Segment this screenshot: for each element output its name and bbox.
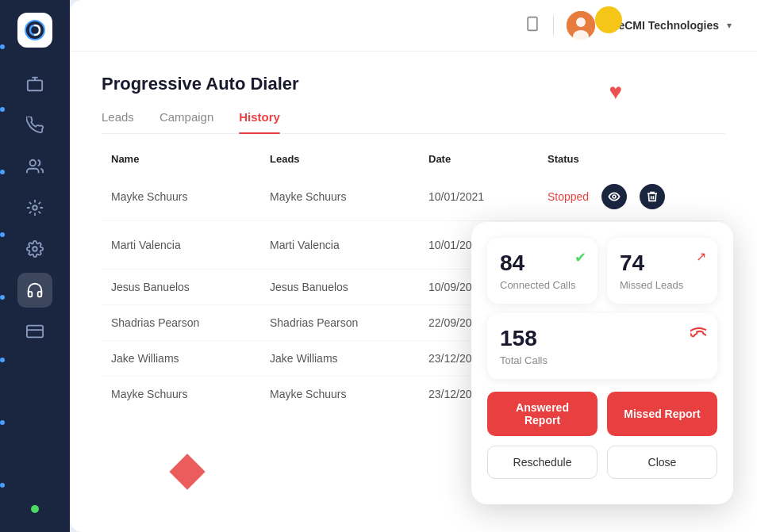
total-calls-label: Total Calls: [500, 354, 705, 366]
col-name: Name: [111, 153, 270, 165]
sidebar-item-integrations[interactable]: [17, 190, 52, 225]
answered-report-button[interactable]: Answered Report: [487, 392, 598, 436]
popup-secondary-buttons: Reschedule Close: [487, 446, 717, 479]
missed-leads-card: 74 Missed Leads ↗: [607, 238, 717, 304]
svg-point-12: [613, 195, 616, 198]
missed-leads-number: 74: [620, 251, 705, 276]
svg-point-10: [576, 17, 586, 27]
popup-stats-grid: 84 Connected Calls ✔ 74 Missed Leads ↗: [487, 238, 717, 304]
cell-name: Shadrias Pearson: [111, 316, 270, 329]
connected-calls-card: 84 Connected Calls ✔: [487, 238, 598, 304]
tab-history[interactable]: History: [239, 110, 280, 133]
cell-name: Mayke Schuurs: [111, 190, 270, 203]
view-button[interactable]: [601, 184, 627, 209]
sidebar-item-phone[interactable]: [17, 108, 52, 143]
yellow-circle-decoration: [595, 6, 622, 33]
cell-name: Jesus Banuelos: [111, 281, 270, 293]
cell-leads: Marti Valencia: [270, 239, 428, 251]
topbar: TeleCMI Technologies ▾: [70, 0, 757, 52]
popup-action-buttons: Answered Report Missed Report: [487, 392, 717, 436]
reschedule-button[interactable]: Reschedule: [487, 446, 598, 479]
logo[interactable]: [17, 13, 52, 48]
svg-point-4: [33, 247, 37, 251]
status-badge: Stopped: [548, 190, 589, 203]
missed-leads-label: Missed Leads: [620, 279, 705, 291]
cell-leads: Mayke Schuurs: [270, 190, 428, 203]
svg-point-3: [33, 205, 37, 210]
sidebar-item-headset[interactable]: [17, 273, 52, 308]
cell-status: Stopped: [548, 184, 716, 209]
cell-name: Marti Valencia: [111, 239, 270, 251]
total-calls-number: 158: [500, 326, 705, 351]
sidebar-nav: [17, 67, 52, 505]
svg-point-0: [25, 21, 44, 40]
tab-leads[interactable]: Leads: [102, 110, 134, 133]
arrow-up-icon: ↗: [696, 249, 706, 264]
svg-rect-7: [528, 17, 537, 31]
page-title: Progressive Auto Dialer: [102, 74, 725, 94]
heart-decoration: ♥: [609, 79, 622, 105]
svg-point-2: [30, 160, 36, 166]
tab-campaign[interactable]: Campaign: [159, 110, 213, 133]
sidebar-item-broadcast[interactable]: [17, 67, 52, 101]
user-menu[interactable]: TeleCMI Technologies ▾: [567, 11, 732, 40]
col-status: Status: [548, 153, 716, 165]
col-leads: Leads: [270, 153, 428, 165]
mobile-icon: [525, 16, 540, 35]
cell-leads: Shadrias Pearson: [270, 316, 428, 329]
tabs: Leads Campaign History: [102, 110, 725, 134]
delete-button[interactable]: [640, 184, 665, 209]
phone-icon: [690, 324, 706, 344]
cell-name: Mayke Schuurs: [111, 388, 270, 400]
close-button[interactable]: Close: [607, 446, 717, 479]
svg-rect-1: [28, 80, 42, 90]
stats-popup: 84 Connected Calls ✔ 74 Missed Leads ↗ 1…: [471, 222, 733, 504]
sidebar-item-settings[interactable]: [17, 232, 52, 266]
connected-calls-number: 84: [500, 251, 585, 276]
sidebar: [0, 0, 70, 532]
total-calls-card: 158 Total Calls: [487, 313, 717, 379]
missed-report-button[interactable]: Missed Report: [607, 392, 717, 436]
table-header: Name Leads Date Status: [102, 153, 725, 173]
cell-leads: Jesus Banuelos: [270, 281, 428, 293]
check-icon: ✔: [574, 249, 586, 266]
sidebar-dots: [0, 0, 6, 532]
chevron-down-icon: ▾: [727, 20, 732, 31]
cell-name: Jake Williams: [111, 352, 270, 365]
cell-leads: Jake Williams: [270, 352, 428, 365]
sidebar-item-card[interactable]: [17, 314, 52, 349]
connected-calls-label: Connected Calls: [500, 279, 585, 291]
svg-rect-5: [27, 326, 43, 338]
avatar: [567, 11, 595, 40]
cell-leads: Mayke Schuurs: [270, 388, 428, 400]
cell-date: 10/01/2021: [428, 190, 548, 203]
col-date: Date: [428, 153, 548, 165]
online-indicator: [31, 505, 39, 513]
topbar-divider: [553, 16, 554, 35]
sidebar-item-contacts[interactable]: [17, 149, 52, 184]
table-row: Mayke Schuurs Mayke Schuurs 10/01/2021 S…: [102, 173, 725, 221]
